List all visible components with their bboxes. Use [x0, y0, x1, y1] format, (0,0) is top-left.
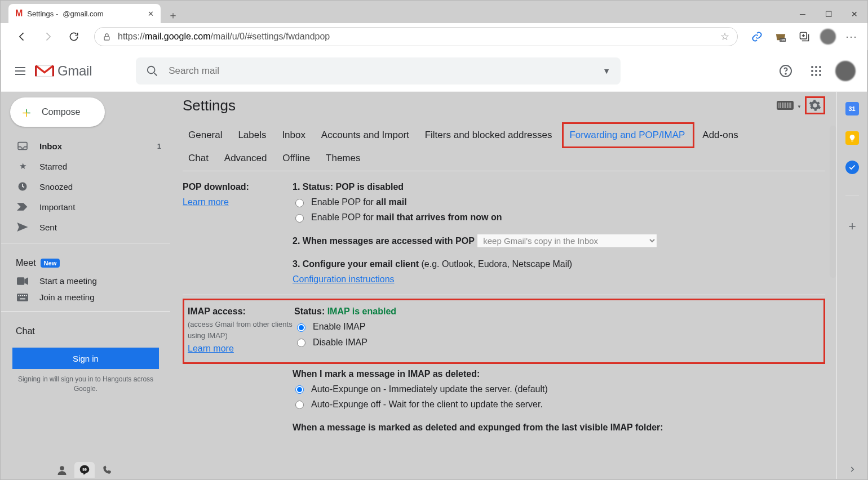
get-addons-icon[interactable]: ＋ [846, 217, 858, 234]
pop-action-select[interactable]: keep Gmail's copy in the Inbox [477, 234, 657, 248]
tab-offline[interactable]: Offline [277, 148, 316, 168]
start-meeting[interactable]: Start a meeting [1, 273, 170, 289]
pop-enable-all[interactable]: Enable POP for all mail [293, 194, 825, 210]
sidebar-item-inbox[interactable]: Inbox 1 [1, 136, 170, 156]
tab-inbox[interactable]: Inbox [276, 125, 311, 145]
maximize-button[interactable]: ☐ [816, 5, 842, 23]
favorite-icon[interactable]: ☆ [720, 30, 729, 43]
compose-label: Compose [42, 107, 80, 117]
search-options-icon[interactable]: ▼ [603, 66, 610, 75]
svg-point-13 [811, 74, 813, 76]
tab-fwdpop[interactable]: Forwarding and POP/IMAP [564, 125, 690, 145]
svg-rect-23 [24, 295, 25, 296]
compose-plus-icon: ＋ [19, 103, 34, 122]
person-icon[interactable] [52, 462, 72, 478]
more-menu-icon[interactable]: ··· [842, 26, 862, 47]
camera-icon [17, 277, 28, 285]
compose-button[interactable]: ＋ Compose [10, 97, 105, 127]
forward-button[interactable] [37, 25, 59, 48]
svg-rect-18 [17, 277, 24, 285]
right-side-panel: 31 ＋ [836, 92, 867, 479]
svg-point-11 [815, 70, 817, 72]
pop-step2: 2. When messages are accessed with POP k… [293, 233, 825, 248]
tab-close-icon[interactable]: ✕ [148, 10, 154, 18]
hide-side-panel-icon[interactable] [848, 465, 856, 473]
minimize-button[interactable]: ─ [790, 5, 816, 23]
pop-enable-new[interactable]: Enable POP for mail that arrives from no… [293, 210, 825, 225]
shopping-off-icon[interactable]: Off [770, 26, 791, 47]
search-input[interactable] [167, 65, 594, 77]
imap-learn-more-link[interactable]: Learn more [188, 344, 234, 353]
tab-accounts[interactable]: Accounts and Import [316, 125, 415, 145]
imap-section: IMAP access: (access Gmail from other cl… [183, 295, 825, 443]
hangouts-icon[interactable]: 99 [74, 462, 95, 478]
chat-section-label: Chat [1, 317, 170, 341]
profile-avatar-small[interactable] [818, 26, 838, 47]
tab-title-prefix: Settings - [27, 10, 58, 18]
support-icon[interactable] [774, 60, 797, 82]
sidebar-item-snoozed[interactable]: Snoozed [1, 176, 170, 197]
gmail-wordmark: Gmail [57, 63, 92, 79]
keep-addon-icon[interactable] [845, 131, 859, 145]
browser-window: M Settings - @gmail.com ✕ ＋ ─ ☐ ✕ https:… [0, 0, 868, 480]
scrollbar[interactable] [830, 126, 836, 278]
phone-icon[interactable] [97, 462, 117, 478]
tab-labels[interactable]: Labels [232, 125, 272, 145]
star-icon: ★ [17, 161, 28, 171]
new-tab-button[interactable]: ＋ [165, 7, 181, 23]
inbox-icon [17, 141, 28, 150]
settings-panel: Settings General Labels Inbox Accounts a… [170, 92, 836, 479]
sidebar: ＋ Compose Inbox 1 ★ Starred Snoozed [1, 92, 170, 479]
svg-text:99: 99 [82, 468, 87, 472]
svg-point-4 [148, 66, 155, 73]
sidebar-item-important[interactable]: Important [1, 197, 170, 217]
tab-general[interactable]: General [183, 125, 228, 145]
google-apps-icon[interactable] [805, 60, 827, 82]
svg-rect-19 [17, 294, 28, 301]
svg-rect-0 [104, 36, 109, 39]
collections-icon[interactable] [794, 26, 814, 47]
settings-title: Settings [183, 97, 777, 114]
pop-config-link[interactable]: Configuration instructions [293, 274, 395, 284]
tab-fwdpop-highlight: Forwarding and POP/IMAP [562, 122, 694, 148]
svg-text:Off: Off [781, 38, 785, 42]
tab-addons[interactable]: Add-ons [697, 125, 743, 145]
svg-point-10 [811, 70, 813, 72]
main-menu-icon[interactable] [8, 59, 33, 83]
browser-tab[interactable]: M Settings - @gmail.com ✕ [8, 4, 161, 23]
gear-icon[interactable] [809, 99, 821, 112]
tab-advanced[interactable]: Advanced [219, 148, 273, 168]
input-tools-icon[interactable] [777, 101, 801, 110]
tab-themes[interactable]: Themes [320, 148, 366, 168]
imap-enable[interactable]: Enable IMAP [294, 319, 820, 334]
join-meeting[interactable]: Join a meeting [1, 289, 170, 305]
back-button[interactable] [11, 25, 33, 48]
tasks-addon-icon[interactable] [845, 161, 859, 174]
search-icon [146, 65, 158, 77]
sidebar-item-starred[interactable]: ★ Starred [1, 156, 170, 176]
auto-expunge-on[interactable]: Auto-Expunge on - Immediately update the… [293, 381, 825, 397]
calendar-addon-icon[interactable]: 31 [845, 102, 859, 115]
svg-point-26 [60, 466, 64, 470]
imap-disable[interactable]: Disable IMAP [294, 335, 820, 350]
tab-filters[interactable]: Filters and blocked addresses [419, 125, 558, 145]
search-bar[interactable]: ▼ [136, 57, 621, 85]
svg-point-12 [819, 70, 821, 72]
pop-section: POP download: Learn more 1. Status: POP … [183, 171, 825, 295]
pop-learn-more-link[interactable]: Learn more [183, 197, 229, 207]
svg-point-15 [819, 74, 821, 76]
auto-expunge-off[interactable]: Auto-Expunge off - Wait for the client t… [293, 397, 825, 412]
gmail-logo[interactable]: Gmail [35, 63, 92, 79]
close-window-button[interactable]: ✕ [842, 5, 867, 23]
address-bar[interactable]: https://mail.google.com/mail/u/0/#settin… [94, 27, 738, 46]
important-icon [17, 203, 28, 211]
svg-rect-22 [22, 295, 23, 296]
account-avatar[interactable] [835, 61, 856, 81]
svg-rect-20 [19, 295, 20, 296]
chat-signin-button[interactable]: Sign in [12, 348, 159, 369]
link-icon[interactable] [747, 26, 767, 47]
refresh-button[interactable] [63, 25, 85, 48]
tab-chat[interactable]: Chat [183, 148, 214, 168]
nav-list: Inbox 1 ★ Starred Snoozed Important [1, 136, 170, 237]
sidebar-item-sent[interactable]: Sent [1, 217, 170, 237]
